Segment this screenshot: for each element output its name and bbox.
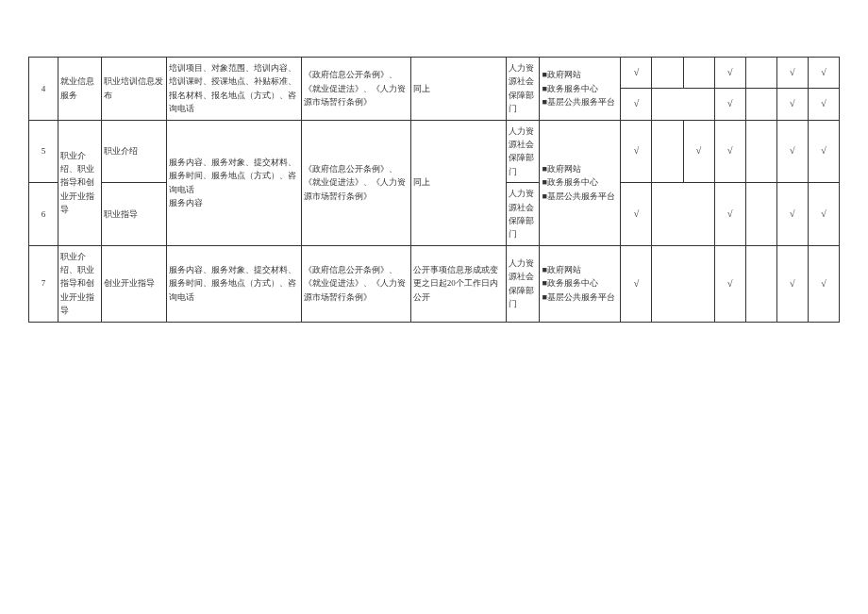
check-cell: √: [808, 89, 839, 120]
check-cell: √: [714, 245, 745, 322]
check-cell: √: [621, 89, 652, 120]
channel-label: 政务服务中心: [547, 177, 598, 187]
check-cell: [745, 120, 776, 183]
time-cell: 公开事项信息形成或变更之日起20个工作日内公开: [410, 245, 506, 322]
subcategory-cell: 创业开业指导: [102, 245, 166, 322]
channel-label: 基层公共服务平台: [547, 191, 615, 201]
time-cell: 同上: [410, 58, 506, 121]
check-cell: [652, 245, 714, 322]
check-cell: √: [776, 245, 808, 322]
table-row: 5 职业介绍、职业指导和创业开业指导 职业介绍 服务内容、服务对象、提交材料、服…: [29, 120, 840, 183]
dept-cell: 人力资源社会保障部门: [507, 58, 540, 121]
check-cell: √: [714, 120, 745, 183]
row-number: 7: [29, 245, 58, 322]
row-number: 6: [29, 183, 58, 246]
check-cell: √: [714, 89, 745, 120]
channel-label: 政府网站: [547, 265, 581, 274]
channel-cell: ■政府网站 ■政务服务中心 ■基层公共服务平台: [540, 120, 621, 245]
check-cell: √: [808, 183, 839, 246]
check-cell: [745, 183, 776, 246]
check-cell: √: [714, 58, 745, 89]
check-cell: [745, 89, 776, 120]
basis-cell: 《政府信息公开条例》、《就业促进法》、《人力资源市场暂行条例》: [301, 58, 410, 121]
time-cell: 同上: [410, 120, 506, 245]
check-cell: √: [621, 183, 652, 246]
content-cell: 服务内容、服务对象、提交材料、服务时间、服务地点（方式）、咨询电话: [166, 245, 301, 322]
check-cell: [652, 183, 714, 246]
row-number: 4: [29, 58, 58, 121]
row-number: 5: [29, 120, 58, 183]
subcategory-cell: 职业介绍: [102, 120, 166, 183]
check-cell: √: [621, 120, 652, 183]
disclosure-table: 4 就业信息服务 职业培训信息发布 培训项目、对象范围、培训内容、培训课时、授课…: [28, 57, 840, 323]
basis-cell: 《政府信息公开条例》、《就业促进法》、《人力资源市场暂行条例》: [301, 120, 410, 245]
dept-cell: 人力资源社会保障部门: [507, 120, 540, 183]
category-cell: 就业信息服务: [58, 58, 101, 121]
check-cell: √: [621, 245, 652, 322]
check-cell: [745, 245, 776, 322]
basis-cell: 《政府信息公开条例》、《就业促进法》、《人力资源市场暂行条例》: [301, 245, 410, 322]
check-cell: √: [714, 183, 745, 246]
check-cell: √: [808, 245, 839, 322]
check-cell: √: [808, 58, 839, 89]
check-cell: [683, 58, 714, 89]
check-cell: √: [776, 183, 808, 246]
check-cell: [652, 120, 683, 183]
check-cell: √: [776, 58, 808, 89]
table-row: 7 职业介绍、职业指导和创业开业指导 创业开业指导 服务内容、服务对象、提交材料…: [29, 245, 840, 322]
check-cell: √: [776, 89, 808, 120]
channel-label: 基层公共服务平台: [547, 292, 615, 302]
dept-cell: 人力资源社会保障部门: [507, 245, 540, 322]
check-cell: √: [808, 120, 839, 183]
subcategory-cell: 职业指导: [102, 183, 166, 246]
subcategory-cell: 职业培训信息发布: [102, 58, 166, 121]
check-cell: √: [683, 120, 714, 183]
channel-label: 政务服务中心: [547, 278, 598, 288]
channel-label: 政府网站: [547, 164, 581, 174]
category-cell: 职业介绍、职业指导和创业开业指导: [58, 120, 101, 245]
channel-cell: ■政府网站 ■政务服务中心 ■基层公共服务平台: [540, 245, 621, 322]
check-cell: [745, 58, 776, 89]
check-cell: [652, 89, 714, 120]
category-cell: 职业介绍、职业指导和创业开业指导: [58, 245, 101, 322]
channel-label: 政务服务中心: [547, 84, 598, 93]
table-row: 4 就业信息服务 职业培训信息发布 培训项目、对象范围、培训内容、培训课时、授课…: [29, 58, 840, 89]
check-cell: √: [776, 120, 808, 183]
dept-cell: 人力资源社会保障部门: [507, 183, 540, 246]
check-cell: [652, 58, 683, 89]
content-cell: 培训项目、对象范围、培训内容、培训课时、授课地点、补贴标准、报名材料、报名地点（…: [166, 58, 301, 121]
channel-label: 政府网站: [547, 70, 581, 79]
content-cell: 服务内容、服务对象、提交材料、服务时间、服务地点（方式）、咨询电话 服务内容: [166, 120, 301, 245]
check-cell: √: [621, 58, 652, 89]
channel-label: 基层公共服务平台: [547, 97, 615, 107]
channel-cell: ■政府网站 ■政务服务中心 ■基层公共服务平台: [540, 58, 621, 121]
